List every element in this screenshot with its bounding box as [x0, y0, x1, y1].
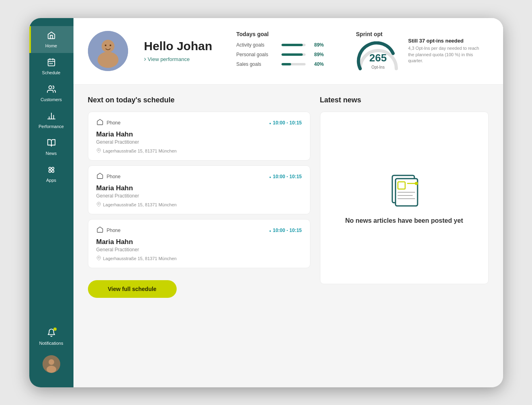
svg-rect-0	[48, 59, 55, 66]
card-top-2: Phone 10:00 - 10:15	[96, 172, 302, 181]
news-section: Latest news	[320, 96, 489, 298]
notification-badge-wrapper	[47, 328, 56, 339]
header-section: Hello Johan View performance Todays goal…	[73, 18, 503, 85]
schedule-card-3[interactable]: Phone 10:00 - 10:15 Maria Hahn General P…	[88, 219, 310, 268]
card-time-1: 10:00 - 10:15	[269, 120, 302, 126]
sprint-title: Sprint opt	[356, 31, 400, 37]
goal-bar-fill-personal	[281, 53, 303, 56]
greeting-text: Hello Johan	[144, 39, 212, 53]
schedule-card-2[interactable]: Phone 10:00 - 10:15 Maria Hahn General P…	[88, 165, 310, 214]
sidebar-label-performance: Performance	[39, 124, 64, 129]
svg-point-13	[49, 170, 51, 172]
goal-bar-track-activity	[281, 44, 306, 46]
phone-icon-3	[96, 226, 104, 235]
sidebar-label-customers: Customers	[41, 97, 62, 102]
svg-point-20	[98, 52, 118, 68]
news-empty-icon	[384, 171, 424, 209]
svg-rect-4	[49, 63, 51, 64]
svg-point-33	[415, 182, 418, 185]
goals-section: Todays goal Activity goals 89% Personal …	[228, 29, 332, 73]
view-performance-link[interactable]: View performance	[144, 55, 212, 63]
location-icon-1	[96, 148, 101, 154]
user-avatar-small[interactable]	[43, 355, 60, 373]
view-schedule-button[interactable]: View full schedule	[88, 280, 177, 298]
card-name-2: Maria Hahn	[96, 184, 302, 192]
sidebar-label-notifications: Notifications	[39, 341, 63, 346]
goal-label-personal: Personal goals	[236, 52, 277, 57]
card-type-1: Phone	[107, 120, 121, 126]
card-type-3: Phone	[107, 228, 121, 233]
news-section-title: Latest news	[320, 96, 489, 104]
schedule-section-title: Next on today's schedule	[88, 96, 310, 104]
notifications-icon	[47, 330, 56, 339]
sprint-section: Sprint opt 265 Opt-Ins	[348, 29, 489, 73]
body-area: Next on today's schedule Phone 10:0	[73, 85, 503, 309]
goal-bar-fill-sales	[281, 63, 291, 65]
sidebar-label-apps: Apps	[46, 178, 56, 183]
goal-bar-fill-activity	[281, 44, 303, 46]
svg-rect-5	[51, 63, 53, 64]
news-icon	[47, 138, 56, 149]
goal-bar-track-sales	[281, 63, 306, 65]
card-role-2: General Practitioner	[96, 193, 302, 199]
sidebar-item-home[interactable]: Home	[29, 26, 73, 53]
sprint-needed: Still 37 opt-ins needed	[408, 38, 481, 44]
home-icon	[47, 31, 56, 42]
card-phone-row-1: Phone	[96, 118, 121, 127]
card-time-2: 10:00 - 10:15	[269, 174, 302, 179]
svg-point-23	[98, 149, 99, 151]
sidebar-label-home: Home	[45, 43, 57, 48]
card-address-text-2: Lagerhausstraße 15, 81371 München	[103, 202, 177, 207]
sprint-desc: 4,3 Opt-Ins per day needed to reach the …	[408, 45, 481, 64]
card-phone-row-2: Phone	[96, 172, 121, 181]
svg-point-21	[105, 45, 106, 46]
user-info: Hello Johan View performance	[144, 39, 212, 63]
gauge-number: 265	[369, 53, 387, 63]
goal-row-personal: Personal goals 89%	[236, 52, 324, 57]
location-icon-2	[96, 202, 101, 208]
notification-dot	[53, 328, 57, 331]
sidebar: Home Schedule	[29, 18, 73, 387]
svg-point-12	[51, 167, 54, 169]
svg-point-19	[102, 40, 114, 53]
sidebar-item-performance[interactable]: Performance	[29, 107, 73, 134]
gauge-label: Opt-Ins	[371, 65, 385, 69]
news-empty-text: No news articles have been posted yet	[345, 217, 463, 224]
card-address-3: Lagerhausstraße 15, 81371 München	[96, 256, 302, 261]
sprint-text: Still 37 opt-ins needed 4,3 Opt-Ins per …	[408, 38, 481, 64]
view-performance-label: View performance	[148, 56, 190, 62]
sidebar-item-customers[interactable]: Customers	[29, 80, 73, 107]
svg-point-17	[47, 366, 56, 373]
svg-point-14	[51, 170, 54, 172]
schedule-card-1[interactable]: Phone 10:00 - 10:15 Maria Hahn General P…	[88, 112, 310, 161]
sidebar-item-schedule[interactable]: Schedule	[29, 53, 73, 80]
card-address-text-1: Lagerhausstraße 15, 81371 München	[103, 149, 177, 153]
svg-point-16	[49, 359, 54, 365]
goal-label-activity: Activity goals	[236, 42, 277, 48]
card-address-1: Lagerhausstraße 15, 81371 München	[96, 148, 302, 154]
goal-bar-track-personal	[281, 53, 306, 56]
goal-row-activity: Activity goals 89%	[236, 42, 324, 48]
card-role-1: General Practitioner	[96, 139, 302, 145]
phone-icon-1	[96, 118, 104, 127]
apps-icon	[47, 165, 56, 176]
card-role-3: General Practitioner	[96, 247, 302, 252]
gauge-container: 265 Opt-Ins	[356, 41, 400, 71]
card-type-2: Phone	[107, 174, 121, 179]
svg-point-24	[98, 203, 99, 204]
card-address-text-3: Lagerhausstraße 15, 81371 München	[103, 256, 177, 261]
news-empty-card: No news articles have been posted yet	[320, 112, 489, 284]
device-frame: Home Schedule	[29, 18, 503, 387]
card-time-3: 10:00 - 10:15	[269, 228, 302, 233]
schedule-icon	[47, 58, 56, 69]
location-icon-3	[96, 256, 101, 261]
sidebar-label-schedule: Schedule	[42, 70, 61, 75]
schedule-section: Next on today's schedule Phone 10:0	[88, 96, 310, 298]
svg-point-11	[49, 167, 51, 169]
performance-icon	[47, 112, 56, 122]
svg-point-6	[49, 85, 51, 88]
sidebar-item-news[interactable]: News	[29, 134, 73, 161]
card-name-3: Maria Hahn	[96, 238, 302, 246]
sidebar-item-apps[interactable]: Apps	[29, 161, 73, 187]
sidebar-item-notifications[interactable]: Notifications	[29, 324, 73, 350]
